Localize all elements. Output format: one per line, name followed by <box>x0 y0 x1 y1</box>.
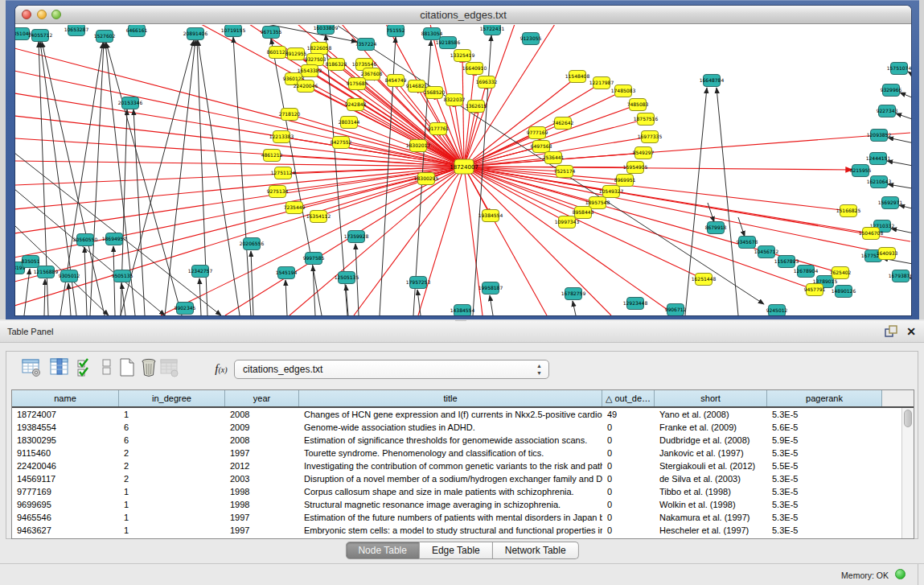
graph-node[interactable]: 15046708 <box>859 228 884 240</box>
table-row[interactable]: 1872400712008Changes of HCN gene express… <box>12 408 901 421</box>
graph-node[interactable]: 16354112 <box>306 211 331 223</box>
table-row[interactable]: 946554611997Estimation of the future num… <box>12 511 901 524</box>
stacked-cells-icon[interactable] <box>96 357 118 380</box>
graph-node[interactable]: 18694957 <box>102 233 127 245</box>
graph-node[interactable]: 9777169 <box>527 127 548 139</box>
graph-node[interactable]: 8549297 <box>633 147 655 159</box>
graph-node[interactable]: 10456712 <box>754 246 779 258</box>
close-panel-icon[interactable]: ✕ <box>906 324 916 339</box>
graph-node[interactable]: 19958187 <box>478 282 503 295</box>
graph-node[interactable]: 9275134 <box>267 186 289 198</box>
tab-network-table[interactable]: Network Table <box>493 542 579 559</box>
graph-node[interactable]: 1696332 <box>476 76 498 89</box>
graph-node[interactable]: 11567893 <box>774 256 799 268</box>
tab-node-table[interactable]: Node Table <box>345 542 420 559</box>
graph-node[interactable]: 15954905 <box>623 162 648 174</box>
table-row[interactable]: 2242004622012Investigating the contribut… <box>12 459 901 472</box>
graph-node[interactable]: 751552 <box>387 25 405 37</box>
graph-node[interactable]: 12444151 <box>866 153 891 165</box>
graph-node[interactable]: 10549327 <box>599 186 624 198</box>
column-header-in_degree[interactable]: in_degree <box>119 390 225 406</box>
graph-node[interactable]: 2536441 <box>543 152 565 164</box>
graph-node[interactable]: 15692971 <box>878 197 903 209</box>
table-row[interactable]: 911546021997Tourette syndrome. Phenomeno… <box>12 447 901 459</box>
graph-node[interactable]: 19218586 <box>436 37 461 49</box>
table-options-icon[interactable] <box>20 357 43 380</box>
graph-node[interactable]: 11548408 <box>565 71 590 83</box>
graph-node[interactable]: 4861212 <box>261 150 283 162</box>
column-header-name[interactable]: name <box>12 390 119 406</box>
graph-node[interactable]: 18300295 <box>414 173 439 185</box>
graph-node[interactable]: 12093852 <box>867 130 892 142</box>
column-header-out_de[interactable]: △ out_de… <box>602 390 655 406</box>
graph-node[interactable]: 10653287 <box>64 25 89 36</box>
graph-node[interactable]: 9123055 <box>520 33 542 45</box>
memory-ok-indicator[interactable] <box>895 569 906 579</box>
graph-node[interactable]: 7357224 <box>355 39 377 51</box>
graph-node[interactable]: 9327503 <box>305 54 326 66</box>
graph-node[interactable]: 16793876 <box>889 270 911 282</box>
graph-node[interactable]: 10719155 <box>221 25 246 37</box>
table-row[interactable]: 1938455462009Genome-wide association stu… <box>12 421 901 434</box>
graph-node[interactable]: 14055712 <box>28 30 53 42</box>
graph-node[interactable]: 15751074 <box>887 63 911 75</box>
graph-node[interactable]: 20560550 <box>73 234 98 246</box>
graph-node[interactable]: 1527602 <box>94 31 116 43</box>
column-header-title[interactable]: title <box>299 390 602 406</box>
graph-node[interactable]: 9329966 <box>881 84 902 97</box>
graph-node[interactable]: 8958443 <box>573 207 594 219</box>
graph-node[interactable]: 16648784 <box>700 75 725 87</box>
graph-node[interactable]: 9505135 <box>112 270 133 282</box>
new-document-icon[interactable] <box>116 357 138 380</box>
graph-node[interactable]: 12213383 <box>269 131 294 143</box>
graph-node[interactable]: 9245012 <box>766 305 788 316</box>
graph-node[interactable]: 9906712 <box>665 304 687 316</box>
graph-node[interactable]: 7235449 <box>284 202 306 214</box>
graph-node[interactable]: 20153346 <box>118 97 143 109</box>
scrollbar-thumb[interactable] <box>904 410 912 427</box>
network-graph[interactable]: 8351045140557121065328715276026466161208… <box>15 25 911 315</box>
graph-node[interactable]: 16210643 <box>867 176 892 188</box>
table-row[interactable]: 969969511998Structural magnetic resonanc… <box>12 498 901 511</box>
graph-node[interactable]: 15166825 <box>836 205 861 217</box>
graph-node[interactable]: 9457791 <box>804 284 826 296</box>
graph-node[interactable]: 17359928 <box>344 231 369 243</box>
graph-node[interactable]: 12342757 <box>188 266 213 278</box>
show-columns-icon[interactable] <box>48 357 71 380</box>
graph-node[interactable]: 8912955 <box>285 48 307 60</box>
network-window-titlebar[interactable]: citations_edges.txt <box>15 6 911 24</box>
graph-node[interactable]: 16640910 <box>462 63 487 75</box>
table-row[interactable]: 1456911722003Disruption of a novel membe… <box>12 472 901 485</box>
float-panel-icon[interactable] <box>884 324 898 339</box>
graph-node[interactable]: 12678904 <box>794 266 819 278</box>
graph-node[interactable]: 20206556 <box>240 238 265 250</box>
graph-node[interactable]: 14384554 <box>450 305 475 316</box>
graph-node[interactable]: 9345678 <box>737 237 758 249</box>
select-rows-icon[interactable] <box>75 357 97 380</box>
network-canvas[interactable]: 8351045140557121065328715276026466161208… <box>15 25 911 315</box>
graph-node[interactable]: 20891406 <box>183 28 208 40</box>
graph-node[interactable]: 12156889 <box>34 266 59 278</box>
graph-node[interactable]: 16251448 <box>692 274 717 286</box>
graph-node[interactable]: 6466161 <box>126 25 148 37</box>
trash-icon[interactable] <box>138 357 160 380</box>
graph-node[interactable]: 8322037 <box>444 94 466 106</box>
graph-node[interactable]: 1362615 <box>466 101 487 113</box>
table-selector-dropdown[interactable]: citations_edges.txt ▲▼ <box>234 360 549 379</box>
graph-node[interactable]: 1545194 <box>276 267 298 279</box>
graph-node[interactable]: 1640933 <box>877 248 898 260</box>
table-row[interactable]: 977716911998Corpus callosum shape and si… <box>12 485 901 498</box>
graph-node[interactable]: 8679918 <box>705 222 727 234</box>
graph-node[interactable]: 10997343 <box>555 216 580 229</box>
column-header-year[interactable]: year <box>225 390 299 406</box>
graph-node[interactable]: 8186328 <box>326 59 347 71</box>
function-builder-icon[interactable]: f(x) <box>210 357 232 380</box>
graph-node[interactable]: 8969951 <box>614 175 636 187</box>
graph-node[interactable]: 17957253 <box>406 277 431 289</box>
graph-node[interactable]: 9305012 <box>59 270 80 282</box>
graph-node[interactable]: 2803144 <box>339 117 360 129</box>
graph-node[interactable]: 9242848 <box>345 99 367 111</box>
vertical-scrollbar[interactable] <box>901 408 914 538</box>
graph-node[interactable]: 8454749 <box>385 75 407 87</box>
graph-node[interactable]: 7525174 <box>554 166 576 178</box>
